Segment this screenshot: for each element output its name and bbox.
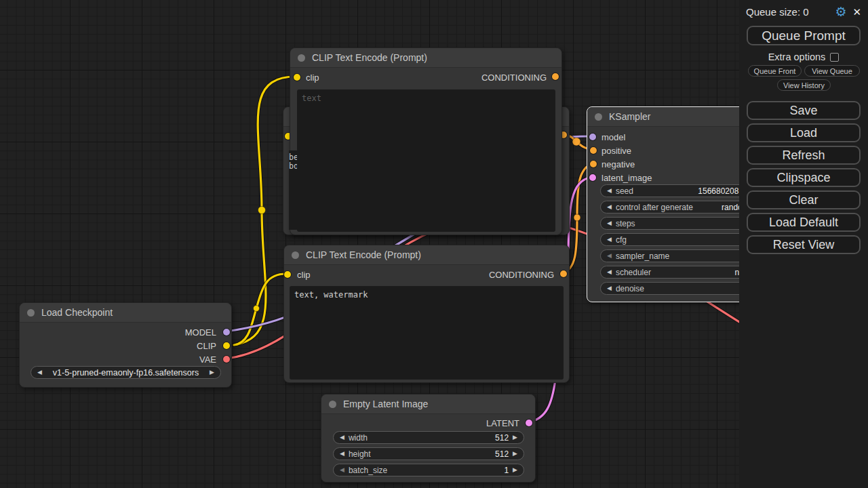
comfy-menu-panel: Queue size: 0 ⚙ ✕ Queue Prompt Extra opt… [739, 0, 868, 488]
ckpt-name-value: v1-5-pruned-emaonly-fp16.safetensors [53, 368, 199, 378]
node-collapse-dot[interactable] [595, 113, 602, 121]
hidden-prompt-textarea-sliver[interactable]: be bo [289, 150, 297, 230]
link-midpoint-dot [254, 306, 260, 312]
node-collapse-dot[interactable] [27, 309, 35, 317]
node-title-bar[interactable]: CLIP Text Encode (Prompt) [284, 245, 569, 265]
widget-value: 1566802087 [698, 186, 743, 196]
ckpt-name-combo[interactable]: ◀ v1-5-pruned-emaonly-fp16.safetensors ▶ [31, 366, 221, 379]
node-title: CLIP Text Encode (Prompt) [306, 249, 421, 260]
widget-label: steps [616, 219, 635, 228]
settings-gear-icon[interactable]: ⚙ [835, 5, 846, 18]
node-title: KSampler [609, 111, 650, 122]
load-default-button[interactable]: Load Default [747, 213, 861, 232]
node-title: Load Checkpoint [41, 307, 113, 318]
decrement-icon[interactable]: ◀ [607, 285, 612, 291]
node-load-checkpoint[interactable]: Load Checkpoint MODEL CLIP VAE ◀ v1-5-pr… [19, 302, 232, 388]
node-title: CLIP Text Encode (Prompt) [312, 52, 427, 63]
widget-label: height [349, 449, 371, 459]
model-output-label: MODEL [185, 327, 216, 338]
widget-label: control after generate [616, 203, 693, 212]
conditioning-output-label: CONDITIONING [481, 73, 547, 83]
negative-input-port[interactable] [590, 161, 597, 167]
increment-icon[interactable]: ▶ [513, 434, 517, 441]
clip-input-port[interactable] [284, 271, 291, 278]
close-icon[interactable]: ✕ [852, 7, 861, 17]
widget-label: seed [616, 186, 633, 196]
model-input-label: model [601, 132, 625, 142]
positive-input-port[interactable] [590, 147, 597, 154]
load-button[interactable]: Load [747, 123, 861, 142]
vae-output-label: VAE [199, 354, 216, 365]
node-title-bar[interactable]: CLIP Text Encode (Prompt) [290, 48, 561, 68]
clear-button[interactable]: Clear [747, 190, 861, 209]
extra-options-checkbox[interactable] [830, 53, 839, 62]
combo-next-icon[interactable]: ▶ [210, 369, 214, 375]
conditioning-output-port[interactable] [560, 270, 567, 277]
link-midpoint-dot [258, 207, 266, 214]
decrement-icon[interactable]: ◀ [607, 220, 612, 226]
latent-image-input-label: latent_image [601, 173, 652, 183]
increment-icon[interactable]: ▶ [513, 451, 517, 457]
widget-label: width [349, 433, 368, 443]
queue-front-button[interactable]: Queue Front [748, 65, 802, 77]
decrement-icon[interactable]: ◀ [607, 237, 612, 243]
widget-label: sampler_name [616, 251, 669, 261]
latent-output-port[interactable] [526, 420, 532, 426]
clip-output-port[interactable] [223, 342, 230, 349]
batch-size-widget[interactable]: ◀ batch_size 1 ▶ [333, 464, 524, 476]
latent-image-input-port[interactable] [589, 174, 596, 181]
reset-view-button[interactable]: Reset View [747, 235, 861, 254]
decrement-icon[interactable]: ◀ [340, 434, 344, 441]
extra-options-label: Extra options [768, 52, 826, 62]
model-output-port[interactable] [223, 329, 230, 336]
widget-label: scheduler [616, 268, 651, 277]
increment-icon[interactable]: ▶ [513, 467, 517, 473]
positive-input-label: positive [601, 146, 631, 156]
queue-prompt-button[interactable]: Queue Prompt [747, 26, 861, 45]
node-collapse-dot[interactable] [292, 251, 299, 259]
clip-input-label: clip [306, 73, 319, 83]
node-title-bar[interactable]: Empty Latent Image [321, 394, 535, 414]
combo-prev-icon[interactable]: ◀ [607, 253, 612, 259]
widget-label: batch_size [349, 466, 387, 475]
clip-input-label: clip [297, 270, 311, 280]
node-collapse-dot[interactable] [298, 54, 305, 62]
node-title: Empty Latent Image [343, 399, 428, 409]
widget-label: cfg [616, 235, 627, 245]
widget-value: 512 [495, 433, 509, 443]
model-input-port[interactable] [589, 134, 596, 140]
height-widget[interactable]: ◀ height 512 ▶ [333, 447, 524, 460]
node-clip-text-encode-top[interactable]: CLIP Text Encode (Prompt) clip CONDITION… [290, 47, 562, 235]
prompt-textarea[interactable] [297, 89, 555, 232]
conditioning-output-label: CONDITIONING [489, 270, 554, 280]
clip-input-port[interactable] [294, 74, 300, 81]
decrement-icon[interactable]: ◀ [607, 204, 612, 210]
clipspace-button[interactable]: Clipspace [747, 168, 861, 187]
node-graph-canvas[interactable]: be bo CLIP Text Encode (Prompt) clip CON… [0, 0, 868, 488]
node-collapse-dot[interactable] [329, 401, 336, 408]
save-button[interactable]: Save [747, 101, 861, 120]
link-midpoint-dot [572, 138, 580, 146]
conditioning-output-port[interactable] [552, 73, 559, 80]
width-widget[interactable]: ◀ width 512 ▶ [333, 431, 524, 444]
view-queue-button[interactable]: View Queue [804, 65, 860, 77]
node-empty-latent-image[interactable]: Empty Latent Image LATENT ◀ width 512 ▶ … [321, 394, 536, 483]
decrement-icon[interactable]: ◀ [340, 467, 344, 473]
vae-output-port[interactable] [223, 356, 230, 363]
wire-clip-to-negative-clip [234, 274, 286, 345]
view-history-button[interactable]: View History [777, 79, 831, 91]
queue-size-label: Queue size: 0 [746, 6, 829, 18]
refresh-button[interactable]: Refresh [747, 146, 861, 165]
decrement-icon[interactable]: ◀ [607, 188, 612, 194]
decrement-icon[interactable]: ◀ [340, 451, 344, 457]
widget-value: 1 [504, 466, 509, 475]
combo-prev-icon[interactable]: ◀ [607, 269, 612, 275]
clip-output-label: CLIP [197, 341, 216, 351]
latent-output-label: LATENT [486, 418, 519, 428]
prompt-textarea[interactable]: text, watermark [290, 286, 564, 380]
combo-prev-icon[interactable]: ◀ [37, 369, 42, 375]
node-clip-text-encode-bottom[interactable]: CLIP Text Encode (Prompt) clip CONDITION… [283, 245, 570, 383]
node-title-bar[interactable]: Load Checkpoint [20, 303, 231, 323]
widget-value: 512 [495, 449, 509, 459]
link-midpoint-dot [574, 214, 580, 221]
